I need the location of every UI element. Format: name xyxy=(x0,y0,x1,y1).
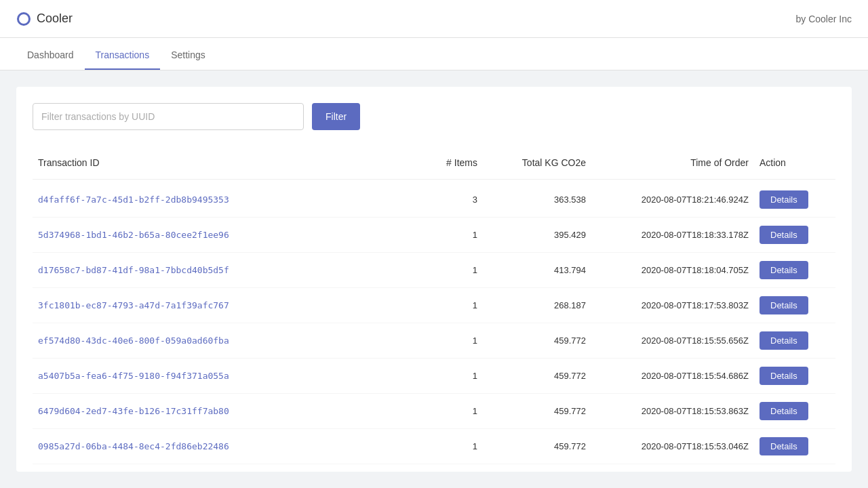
table-header: Transaction ID # Items Total KG CO2e Tim… xyxy=(33,146,835,180)
table-row: d17658c7-bd87-41df-98a1-7bbcd40b5d5f 1 4… xyxy=(33,253,835,288)
nav-item-settings[interactable]: Settings xyxy=(160,41,216,70)
cell-action: Details xyxy=(754,256,835,285)
cell-total-kg: 395.429 xyxy=(483,224,591,245)
cell-total-kg: 459.772 xyxy=(483,436,591,457)
cell-action: Details xyxy=(754,326,835,355)
main-nav: Dashboard Transactions Settings xyxy=(0,38,868,70)
cell-action: Details xyxy=(754,291,835,320)
cell-transaction-id: ef574d80-43dc-40e6-800f-059a0ad60fba xyxy=(33,330,401,351)
cell-time: 2020-08-07T18:18:33.178Z xyxy=(591,224,754,245)
logo-area: Cooler xyxy=(16,12,73,26)
transactions-table: Transaction ID # Items Total KG CO2e Tim… xyxy=(33,146,835,464)
cell-items: 1 xyxy=(401,330,483,351)
table-row: 0985a27d-06ba-4484-8ec4-2fd86eb22486 1 4… xyxy=(33,429,835,464)
col-header-total-kg: Total KG CO2e xyxy=(483,152,591,174)
content-panel: Filter Transaction ID # Items Total KG C… xyxy=(16,87,852,472)
details-button[interactable]: Details xyxy=(760,437,808,455)
cell-action: Details xyxy=(754,185,835,214)
cell-transaction-id: d17658c7-bd87-41df-98a1-7bbcd40b5d5f xyxy=(33,260,401,281)
col-header-time: Time of Order xyxy=(591,152,754,174)
details-button[interactable]: Details xyxy=(760,402,808,420)
details-button[interactable]: Details xyxy=(760,367,808,385)
cell-action: Details xyxy=(754,361,835,390)
cell-transaction-id: 6479d604-2ed7-43fe-b126-17c31ff7ab80 xyxy=(33,401,401,422)
cell-items: 1 xyxy=(401,224,483,245)
cell-total-kg: 459.772 xyxy=(483,365,591,386)
cell-total-kg: 363.538 xyxy=(483,189,591,210)
cell-transaction-id: d4faff6f-7a7c-45d1-b2ff-2db8b9495353 xyxy=(33,189,401,210)
cell-items: 1 xyxy=(401,295,483,316)
details-button[interactable]: Details xyxy=(760,226,808,244)
table-row: 5d374968-1bd1-46b2-b65a-80cee2f1ee96 1 3… xyxy=(33,218,835,253)
cell-transaction-id: 3fc1801b-ec87-4793-a47d-7a1f39afc767 xyxy=(33,295,401,316)
table-row: ef574d80-43dc-40e6-800f-059a0ad60fba 1 4… xyxy=(33,323,835,359)
col-header-items: # Items xyxy=(401,152,483,174)
cell-items: 1 xyxy=(401,260,483,281)
logo-icon xyxy=(16,12,31,26)
cell-time: 2020-08-07T18:15:54.686Z xyxy=(591,365,754,386)
cell-transaction-id: 5d374968-1bd1-46b2-b65a-80cee2f1ee96 xyxy=(33,224,401,245)
details-button[interactable]: Details xyxy=(760,190,808,209)
cell-items: 1 xyxy=(401,436,483,457)
col-header-transaction-id: Transaction ID xyxy=(33,152,401,174)
filter-input[interactable] xyxy=(33,103,304,130)
cell-total-kg: 459.772 xyxy=(483,401,591,422)
main-content: Filter Transaction ID # Items Total KG C… xyxy=(0,70,868,488)
cell-time: 2020-08-07T18:17:53.803Z xyxy=(591,295,754,316)
filter-row: Filter xyxy=(33,103,835,130)
cell-action: Details xyxy=(754,220,835,249)
table-body: d4faff6f-7a7c-45d1-b2ff-2db8b9495353 3 3… xyxy=(33,182,835,464)
details-button[interactable]: Details xyxy=(760,296,808,314)
app-header: Cooler by Cooler Inc xyxy=(0,0,868,38)
cell-transaction-id: a5407b5a-fea6-4f75-9180-f94f371a055a xyxy=(33,365,401,386)
cell-transaction-id: 0985a27d-06ba-4484-8ec4-2fd86eb22486 xyxy=(33,436,401,457)
company-name: by Cooler Inc xyxy=(796,14,852,24)
cell-time: 2020-08-07T18:21:46.924Z xyxy=(591,189,754,210)
cell-items: 3 xyxy=(401,189,483,210)
cell-total-kg: 413.794 xyxy=(483,260,591,281)
cell-action: Details xyxy=(754,396,835,426)
cell-action: Details xyxy=(754,432,835,461)
cell-time: 2020-08-07T18:15:55.656Z xyxy=(591,330,754,351)
cell-total-kg: 459.772 xyxy=(483,330,591,351)
cell-items: 1 xyxy=(401,365,483,386)
cell-time: 2020-08-07T18:15:53.046Z xyxy=(591,436,754,457)
filter-button[interactable]: Filter xyxy=(312,103,360,130)
table-row: a5407b5a-fea6-4f75-9180-f94f371a055a 1 4… xyxy=(33,359,835,394)
cell-total-kg: 268.187 xyxy=(483,295,591,316)
details-button[interactable]: Details xyxy=(760,331,808,350)
nav-item-dashboard[interactable]: Dashboard xyxy=(16,41,85,70)
cell-items: 1 xyxy=(401,401,483,422)
table-row: 3fc1801b-ec87-4793-a47d-7a1f39afc767 1 2… xyxy=(33,288,835,323)
app-title: Cooler xyxy=(37,12,73,26)
details-button[interactable]: Details xyxy=(760,261,808,279)
col-header-action: Action xyxy=(754,152,835,174)
table-row: 6479d604-2ed7-43fe-b126-17c31ff7ab80 1 4… xyxy=(33,394,835,429)
cell-time: 2020-08-07T18:15:53.863Z xyxy=(591,401,754,422)
table-row: d4faff6f-7a7c-45d1-b2ff-2db8b9495353 3 3… xyxy=(33,182,835,218)
nav-item-transactions[interactable]: Transactions xyxy=(85,41,161,70)
cell-time: 2020-08-07T18:18:04.705Z xyxy=(591,260,754,281)
